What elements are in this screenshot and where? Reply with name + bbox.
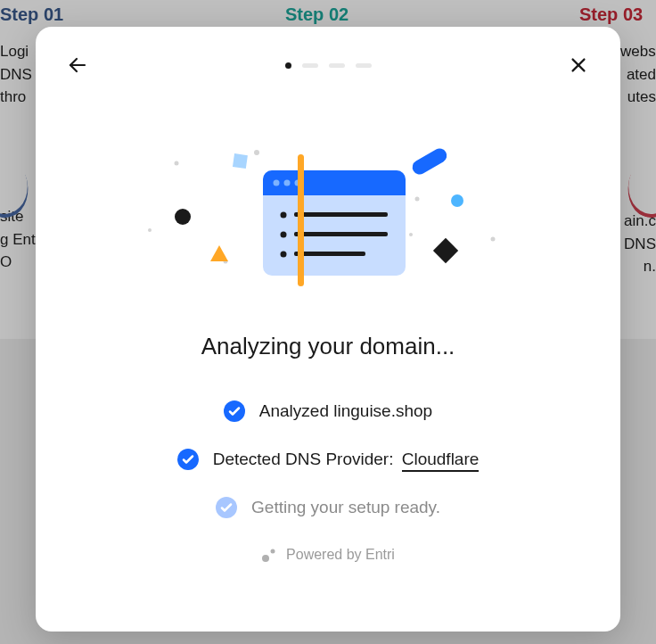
- status-item-dns-provider: Detected DNS Provider: Cloudflare: [177, 449, 480, 470]
- svg-point-9: [148, 228, 152, 232]
- close-button[interactable]: [565, 52, 592, 78]
- svg-point-30: [262, 555, 269, 562]
- modal-header: [64, 52, 592, 78]
- svg-rect-11: [410, 146, 449, 178]
- svg-rect-15: [433, 238, 458, 263]
- status-item-setup-pending: Getting your setup ready.: [216, 497, 440, 518]
- svg-rect-23: [294, 232, 388, 236]
- status-list: Analyzed linguise.shop Detected DNS Prov…: [64, 400, 592, 518]
- svg-point-24: [281, 252, 287, 258]
- check-circle-pending-icon: [216, 497, 237, 518]
- svg-point-13: [175, 209, 191, 225]
- back-arrow-icon: [67, 54, 88, 76]
- domain-analysis-modal: Analyzing your domain... Analyzed lingui…: [36, 27, 620, 632]
- svg-point-20: [281, 212, 287, 219]
- svg-marker-14: [210, 245, 228, 261]
- check-circle-icon: [224, 400, 245, 422]
- dns-provider-name[interactable]: Cloudflare: [402, 450, 480, 472]
- modal-heading: Analyzing your domain...: [64, 333, 592, 360]
- status-text: Detected DNS Provider: Cloudflare: [213, 450, 480, 469]
- back-button[interactable]: [64, 52, 91, 78]
- close-icon: [569, 55, 588, 75]
- status-text: Getting your setup ready.: [251, 498, 440, 517]
- svg-point-18: [284, 180, 291, 186]
- progress-indicator: [285, 62, 372, 69]
- powered-by-text: Powered by Entri: [286, 547, 395, 563]
- svg-point-3: [175, 161, 179, 166]
- powered-by-footer: Powered by Entri: [64, 547, 592, 563]
- progress-dot: [329, 63, 345, 68]
- entri-logo-icon: [261, 547, 277, 563]
- progress-dot: [302, 63, 318, 68]
- status-text: Analyzed linguise.shop: [259, 401, 432, 421]
- progress-dot: [356, 63, 372, 68]
- svg-point-17: [274, 180, 280, 186]
- status-prefix: Detected DNS Provider:: [213, 450, 398, 468]
- svg-rect-21: [294, 212, 388, 217]
- svg-point-22: [281, 232, 287, 238]
- svg-point-6: [491, 237, 496, 242]
- svg-point-5: [415, 197, 420, 202]
- svg-point-31: [271, 549, 275, 554]
- svg-point-7: [409, 233, 413, 236]
- status-item-analyzed: Analyzed linguise.shop: [224, 400, 432, 422]
- svg-rect-12: [233, 153, 248, 169]
- domain-illustration: [64, 145, 592, 306]
- progress-dot-active: [285, 62, 291, 69]
- check-circle-icon: [177, 449, 199, 470]
- svg-point-10: [451, 194, 463, 207]
- svg-rect-25: [294, 252, 365, 256]
- svg-rect-26: [298, 154, 304, 286]
- svg-point-4: [254, 150, 259, 155]
